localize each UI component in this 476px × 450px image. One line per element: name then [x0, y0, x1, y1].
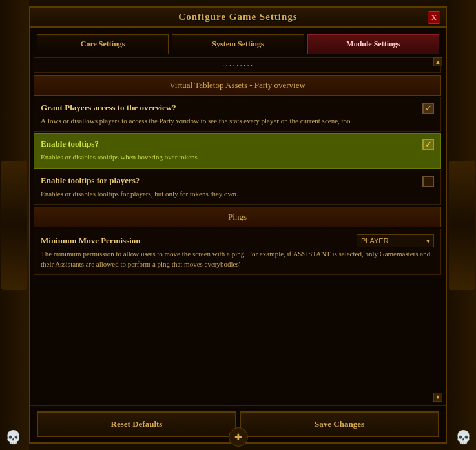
- title-bar: Configure Game Settings X: [30, 8, 446, 28]
- setting-grant-players-header: Grant Players access to the overview?: [41, 103, 434, 114]
- section-party-header: Virtual Tabletop Assets - Party overview: [34, 75, 441, 96]
- setting-min-move-permission: Minimum Move Permission PLAYER TRUSTED A…: [34, 229, 441, 275]
- setting-enable-tooltips-header: Enable tooltips?: [41, 139, 434, 150]
- content-area: · · · · · · · · · Virtual Tabletop Asset…: [30, 54, 446, 405]
- tab-system-settings[interactable]: System Settings: [172, 34, 304, 54]
- tabs-row: Core Settings System Settings Module Set…: [30, 28, 446, 54]
- tab-module-settings[interactable]: Module Settings: [307, 34, 439, 54]
- reset-defaults-button[interactable]: Reset Defaults: [37, 411, 236, 437]
- side-panel-left: [0, 0, 29, 450]
- min-move-permission-select[interactable]: PLAYER TRUSTED ASSISTANT GAMEMASTER: [357, 234, 434, 247]
- setting-grant-players: Grant Players access to the overview? Al…: [34, 97, 441, 132]
- dropdown-wrapper: PLAYER TRUSTED ASSISTANT GAMEMASTER ▼: [357, 234, 434, 247]
- top-partial-indicator: · · · · · · · · ·: [34, 57, 441, 73]
- dropdown-label: Minimum Move Permission: [41, 236, 351, 246]
- setting-enable-tooltips-players-label: Enable tooltips for players?: [41, 176, 140, 186]
- side-panel-right: [447, 0, 476, 450]
- bottom-cross-icon: ✚: [229, 427, 248, 447]
- close-button[interactable]: X: [428, 11, 440, 24]
- setting-enable-tooltips-players-desc: Enables or disables tooltips for players…: [41, 189, 434, 199]
- scrollable-content[interactable]: · · · · · · · · · Virtual Tabletop Asset…: [34, 57, 442, 402]
- corner-skull-right-icon: 💀: [450, 424, 476, 450]
- dropdown-row: Minimum Move Permission PLAYER TRUSTED A…: [41, 234, 434, 247]
- scroll-up-arrow[interactable]: ▲: [433, 57, 442, 66]
- setting-enable-tooltips-label: Enable tooltips?: [41, 139, 99, 149]
- scroll-down-arrow[interactable]: ▼: [433, 393, 442, 402]
- save-changes-button[interactable]: Save Changes: [240, 411, 439, 437]
- figure-right: [449, 161, 475, 290]
- scroll-arrows: ▲ ▼: [433, 57, 442, 402]
- setting-grant-players-label: Grant Players access to the overview?: [41, 103, 176, 113]
- outer-frame: Configure Game Settings X Core Settings …: [0, 0, 476, 450]
- dropdown-desc: The minimum permission to allow users to…: [41, 249, 434, 269]
- setting-enable-tooltips-players-header: Enable tooltips for players?: [41, 176, 434, 187]
- dialog-title: Configure Game Settings: [169, 12, 307, 23]
- main-dialog: Configure Game Settings X Core Settings …: [29, 6, 447, 444]
- setting-enable-tooltips-checkbox[interactable]: [422, 139, 434, 150]
- section-pings-header: Pings: [34, 207, 441, 227]
- setting-grant-players-checkbox[interactable]: [422, 103, 434, 114]
- setting-enable-tooltips: Enable tooltips? Enables or disables too…: [34, 133, 441, 168]
- figure-left: [1, 161, 27, 290]
- setting-enable-tooltips-desc: Enables or disables tooltips when hoveri…: [41, 152, 434, 162]
- tab-core-settings[interactable]: Core Settings: [37, 34, 169, 54]
- setting-enable-tooltips-players: Enable tooltips for players? Enables or …: [34, 170, 441, 205]
- corner-skull-left-icon: 💀: [0, 424, 26, 450]
- setting-enable-tooltips-players-checkbox[interactable]: [422, 176, 434, 187]
- setting-grant-players-desc: Allows or disallows players to access th…: [41, 116, 434, 126]
